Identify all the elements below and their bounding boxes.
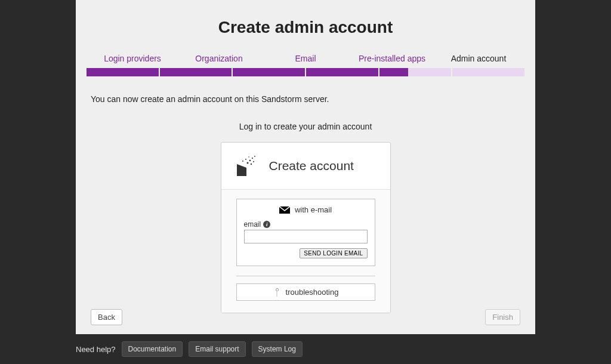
- system-log-button[interactable]: System Log: [252, 341, 303, 357]
- finish-button[interactable]: Finish: [485, 309, 520, 325]
- setup-wizard-panel: Create admin account Login providers Org…: [76, 0, 535, 334]
- help-bar: Need help? Documentation Email support S…: [76, 341, 303, 357]
- svg-point-6: [250, 164, 251, 165]
- svg-point-7: [245, 159, 246, 160]
- sandstorm-logo-icon: [234, 153, 260, 178]
- card-title: Create account: [269, 159, 354, 173]
- progress-seg-1: [87, 68, 159, 76]
- tab-preinstalled-apps[interactable]: Pre-installed apps: [349, 50, 436, 67]
- progress-seg-2: [160, 68, 232, 76]
- create-account-card: Create account with e-mail email i SEND …: [221, 142, 391, 313]
- info-icon[interactable]: i: [263, 221, 270, 228]
- email-label: email: [244, 220, 261, 229]
- wrench-icon: [271, 286, 283, 298]
- login-prompt: Log in to create your admin account: [76, 122, 535, 131]
- email-box-header: with e-mail: [244, 205, 368, 214]
- card-header: Create account: [221, 143, 390, 190]
- troubleshooting-label: troubleshooting: [286, 288, 339, 297]
- progress-seg-4: [306, 68, 378, 76]
- description-text: You can now create an admin account on t…: [76, 94, 535, 104]
- divider: [236, 276, 375, 276]
- email-support-button[interactable]: Email support: [189, 341, 245, 357]
- documentation-button[interactable]: Documentation: [122, 341, 183, 357]
- tab-login-providers[interactable]: Login providers: [90, 50, 176, 67]
- progress-bar: [87, 68, 524, 76]
- svg-point-10: [253, 161, 254, 162]
- page-title: Create admin account: [76, 18, 535, 37]
- svg-point-2: [246, 162, 248, 164]
- tab-email[interactable]: Email: [263, 50, 349, 67]
- footer-nav: Back Finish: [91, 309, 520, 325]
- svg-point-8: [248, 156, 249, 158]
- send-login-email-button[interactable]: SEND LOGIN EMAIL: [300, 248, 367, 258]
- progress-seg-3: [233, 68, 305, 76]
- progress-seg-5: [379, 68, 452, 76]
- mail-icon: [279, 206, 290, 214]
- svg-marker-1: [237, 164, 246, 168]
- email-label-row: email i: [244, 220, 368, 229]
- need-help-label: Need help?: [76, 345, 116, 354]
- email-input[interactable]: [244, 230, 368, 243]
- troubleshooting-button[interactable]: troubleshooting: [236, 283, 375, 301]
- wizard-tabs: Login providers Organization Email Pre-i…: [76, 50, 535, 67]
- svg-point-5: [254, 156, 255, 157]
- svg-rect-0: [237, 168, 246, 176]
- svg-point-3: [249, 160, 251, 162]
- card-body: with e-mail email i SEND LOGIN EMAIL tro…: [221, 190, 390, 313]
- progress-seg-6: [452, 68, 524, 76]
- back-button[interactable]: Back: [91, 309, 122, 325]
- with-email-label: with e-mail: [295, 205, 332, 214]
- email-login-box: with e-mail email i SEND LOGIN EMAIL: [236, 199, 375, 266]
- svg-point-4: [251, 158, 252, 159]
- tab-organization[interactable]: Organization: [176, 50, 263, 67]
- tab-admin-account[interactable]: Admin account: [436, 50, 522, 67]
- svg-point-9: [242, 161, 243, 162]
